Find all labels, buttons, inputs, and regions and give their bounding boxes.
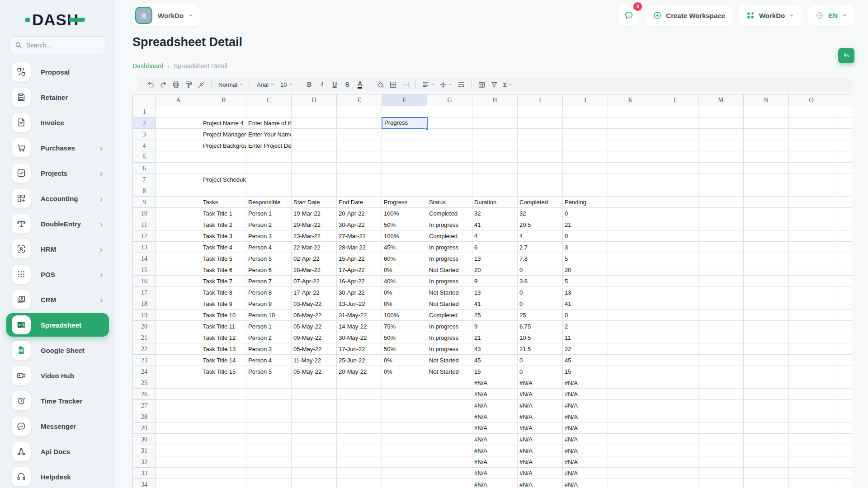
grid-cell-partial[interactable] — [834, 151, 852, 163]
grid-cell-B32[interactable] — [201, 456, 246, 468]
grid-cell-I12[interactable]: 4 — [518, 230, 563, 242]
grid-cell-M6[interactable] — [698, 163, 744, 174]
grid-cell-B27[interactable] — [201, 400, 246, 411]
grid-cell-I14[interactable]: 7.8 — [518, 253, 563, 264]
grid-cell-K1[interactable] — [608, 106, 653, 117]
grid-cell-E9[interactable]: End Date — [337, 197, 382, 208]
grid-cell-B29[interactable] — [201, 422, 246, 434]
grid-cell-E21[interactable]: 30-May-22 — [337, 332, 382, 343]
grid-cell-F1[interactable] — [382, 106, 427, 117]
grid-cell-L2[interactable] — [653, 117, 698, 129]
grid-cell-D28[interactable] — [292, 411, 337, 422]
grid-cell-C19[interactable]: Person 10 — [246, 310, 292, 321]
grid-cell-H31[interactable]: #N/A — [472, 445, 518, 456]
grid-cell-D17[interactable]: 17-Apr-22 — [292, 287, 337, 298]
grid-cell-C8[interactable] — [246, 185, 292, 197]
grid-cell-partial[interactable] — [834, 253, 852, 264]
grid-cell-M32[interactable] — [698, 456, 744, 468]
grid-cell-K33[interactable] — [608, 468, 653, 479]
row-header-24[interactable]: 24 — [133, 366, 156, 377]
grid-cell-C16[interactable]: Person 7 — [246, 276, 292, 287]
grid-cell-E24[interactable]: 20-May-22 — [337, 366, 382, 377]
row-header-19[interactable]: 19 — [133, 310, 156, 321]
grid-cell-B28[interactable] — [201, 411, 246, 422]
grid-cell-F4[interactable] — [382, 140, 427, 151]
grid-cell-D11[interactable]: 20-Mar-22 — [292, 219, 337, 230]
grid-cell-F10[interactable]: 100% — [382, 208, 427, 219]
grid-cell-N13[interactable] — [744, 242, 789, 253]
grid-cell-F14[interactable]: 60% — [382, 253, 427, 264]
row-header-8[interactable]: 8 — [133, 185, 156, 197]
grid-cell-G26[interactable] — [427, 389, 472, 400]
grid-cell-K10[interactable] — [608, 208, 653, 219]
grid-cell-C2[interactable]: Enter Name of th — [246, 117, 292, 129]
column-header-O[interactable]: O — [789, 94, 834, 106]
grid-cell-M31[interactable] — [698, 445, 744, 456]
grid-cell-L19[interactable] — [653, 310, 698, 321]
grid-cell-D9[interactable]: Start Date — [292, 197, 337, 208]
grid-cell-M22[interactable] — [698, 343, 744, 355]
grid-cell-O24[interactable] — [789, 366, 834, 377]
grid-cell-G2[interactable] — [427, 117, 472, 129]
row-header-25[interactable]: 25 — [133, 377, 156, 389]
grid-cell-O5[interactable] — [789, 151, 834, 163]
grid-cell-E31[interactable] — [337, 445, 382, 456]
grid-cell-I3[interactable] — [518, 129, 563, 140]
grid-cell-O6[interactable] — [789, 163, 834, 174]
grid-cell-E26[interactable] — [337, 389, 382, 400]
grid-cell-L25[interactable] — [653, 377, 698, 389]
grid-cell-O16[interactable] — [789, 276, 834, 287]
grid-cell-O30[interactable] — [789, 434, 834, 445]
grid-cell-partial[interactable] — [834, 163, 852, 174]
grid-cell-E7[interactable] — [337, 174, 382, 185]
grid-cell-G4[interactable] — [427, 140, 472, 151]
grid-cell-D20[interactable]: 05-May-22 — [292, 321, 337, 332]
row-header-16[interactable]: 16 — [133, 276, 156, 287]
grid-cell-E33[interactable] — [337, 468, 382, 479]
grid-cell-partial[interactable] — [834, 411, 852, 422]
grid-cell-M5[interactable] — [698, 151, 744, 163]
grid-cell-G18[interactable]: Not Started — [427, 298, 472, 310]
grid-cell-B6[interactable] — [201, 163, 246, 174]
row-header-31[interactable]: 31 — [133, 445, 156, 456]
row-header-10[interactable]: 10 — [133, 208, 156, 219]
grid-cell-H24[interactable]: 15 — [472, 366, 518, 377]
grid-cell-H15[interactable]: 20 — [472, 264, 518, 276]
grid-cell-M29[interactable] — [698, 422, 744, 434]
grid-cell-L26[interactable] — [653, 389, 698, 400]
grid-cell-E20[interactable]: 14-May-22 — [337, 321, 382, 332]
grid-cell-O18[interactable] — [789, 298, 834, 310]
grid-cell-J31[interactable]: #N/A — [563, 445, 608, 456]
grid-cell-E11[interactable]: 30-Apr-22 — [337, 219, 382, 230]
grid-cell-N21[interactable] — [744, 332, 789, 343]
clear-format-button[interactable] — [196, 79, 207, 90]
grid-cell-K5[interactable] — [608, 151, 653, 163]
grid-cell-K20[interactable] — [608, 321, 653, 332]
grid-cell-A20[interactable] — [156, 321, 201, 332]
grid-cell-D19[interactable]: 06-May-22 — [292, 310, 337, 321]
grid-cell-G12[interactable]: Completed — [427, 230, 472, 242]
grid-cell-G28[interactable] — [427, 411, 472, 422]
column-header-C[interactable]: C — [246, 94, 292, 106]
grid-cell-I17[interactable]: 0 — [518, 287, 563, 298]
grid-cell-K31[interactable] — [608, 445, 653, 456]
grid-cell-O23[interactable] — [789, 355, 834, 366]
grid-cell-F20[interactable]: 75% — [382, 321, 427, 332]
grid-cell-H5[interactable] — [472, 151, 518, 163]
grid-cell-E5[interactable] — [337, 151, 382, 163]
grid-cell-O31[interactable] — [789, 445, 834, 456]
row-header-4[interactable]: 4 — [133, 140, 156, 151]
grid-cell-J25[interactable]: #N/A — [563, 377, 608, 389]
grid-cell-B16[interactable]: Task Title 7 — [201, 276, 246, 287]
grid-cell-F18[interactable]: 0% — [382, 298, 427, 310]
grid-cell-A13[interactable] — [156, 242, 201, 253]
grid-cell-N19[interactable] — [744, 310, 789, 321]
grid-cell-partial[interactable] — [834, 264, 852, 276]
sidebar-item-helpdesk[interactable]: Helpdesk — [6, 464, 109, 488]
grid-cell-N5[interactable] — [744, 151, 789, 163]
grid-cell-C15[interactable]: Person 6 — [246, 264, 292, 276]
grid-cell-M10[interactable] — [698, 208, 744, 219]
column-header-D[interactable]: D — [292, 94, 337, 106]
grid-cell-B10[interactable]: Task Title 1 — [201, 208, 246, 219]
grid-cell-E19[interactable]: 31-May-22 — [337, 310, 382, 321]
